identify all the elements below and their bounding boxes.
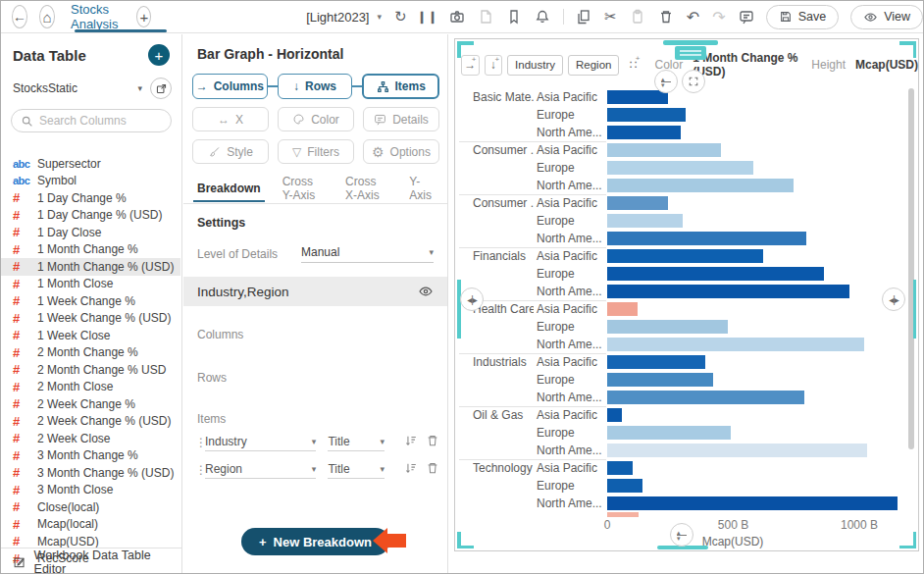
export-pdf-button[interactable] bbox=[478, 9, 493, 26]
items-shelf-button[interactable]: Items bbox=[362, 74, 439, 99]
snapshot-camera-button[interactable] bbox=[449, 9, 465, 26]
item-mode-select[interactable]: Title ▾ bbox=[328, 435, 385, 451]
pause-button[interactable]: ❙❙ bbox=[420, 9, 436, 26]
column-list-item[interactable]: #2 Week Close bbox=[1, 430, 180, 447]
column-list-item[interactable]: #1 Week Change % bbox=[1, 292, 180, 310]
bar[interactable] bbox=[607, 338, 864, 351]
add-items-button[interactable]: ∷+ bbox=[624, 55, 642, 76]
back-button[interactable]: ← bbox=[12, 5, 27, 28]
bar[interactable] bbox=[607, 214, 683, 228]
bar[interactable] bbox=[607, 355, 705, 369]
breakdown-chip-region[interactable]: Region bbox=[568, 55, 619, 76]
column-list-item[interactable]: #1 Month Change % bbox=[1, 241, 180, 259]
bar[interactable] bbox=[607, 108, 686, 122]
bar[interactable] bbox=[607, 196, 668, 210]
tab-cross-x-axis[interactable]: Cross X-Axis bbox=[341, 175, 391, 208]
copy-button[interactable] bbox=[576, 9, 591, 26]
add-row-axis-button[interactable]: ↓+ bbox=[485, 55, 503, 76]
home-button[interactable]: ⌂ bbox=[39, 5, 55, 28]
tab-y-axis[interactable]: Y-Axis bbox=[405, 175, 436, 208]
column-list-item[interactable]: #1 Week Change % (USD) bbox=[1, 310, 180, 328]
column-list-item[interactable]: #1 Day Close bbox=[1, 224, 180, 241]
options-button[interactable]: ⚙ Options bbox=[363, 139, 439, 164]
column-list-item[interactable]: #1 Day Change % bbox=[1, 189, 180, 207]
column-list-item[interactable]: abcSupersector bbox=[1, 155, 180, 173]
bar[interactable] bbox=[607, 444, 867, 457]
bar[interactable] bbox=[607, 426, 731, 440]
workspace-selector[interactable]: [Light2023] ▾ bbox=[306, 10, 382, 25]
height-encoding-value[interactable]: Mcap(USD) bbox=[855, 58, 918, 72]
bar[interactable] bbox=[607, 267, 824, 281]
undo-button[interactable]: ↶ bbox=[687, 9, 699, 26]
paste-clipboard-button[interactable] bbox=[630, 9, 645, 26]
search-columns-input[interactable] bbox=[39, 114, 157, 128]
column-list-item[interactable]: #2 Week Change % (USD) bbox=[1, 413, 180, 431]
cut-scissors-button[interactable]: ✂ bbox=[604, 9, 617, 26]
details-button[interactable]: Details bbox=[363, 107, 439, 131]
bar[interactable] bbox=[607, 161, 753, 175]
horizontal-resize-button-right[interactable]: ◂|▸ bbox=[882, 287, 905, 311]
bar[interactable] bbox=[607, 90, 668, 104]
delete-trash-button[interactable] bbox=[658, 9, 674, 26]
menu-handle-icon[interactable] bbox=[675, 46, 706, 60]
bar[interactable] bbox=[607, 461, 633, 475]
vertical-resize-button[interactable]: ▴▾ bbox=[654, 70, 678, 93]
column-list-item[interactable]: #Close(local) bbox=[1, 498, 180, 516]
add-tab-button[interactable]: + bbox=[136, 6, 151, 27]
drag-handle-icon[interactable]: ⋮ bbox=[195, 436, 205, 449]
drag-handle-icon[interactable]: ⋮ bbox=[195, 463, 205, 477]
column-list-item[interactable]: #2 Month Change % bbox=[1, 344, 180, 362]
x-axis-button[interactable]: ↔ X bbox=[192, 107, 269, 131]
color-encoding-value[interactable]: 1 Month Change % (USD) bbox=[693, 51, 798, 78]
horizontal-resize-button-left[interactable]: ◂|▸ bbox=[460, 287, 484, 311]
column-list-item[interactable]: #2 Month Close bbox=[1, 379, 180, 396]
filters-button[interactable]: ▽ Filters bbox=[278, 139, 354, 164]
column-list-item[interactable]: #Mcap(local) bbox=[1, 516, 180, 534]
chevron-down-icon[interactable]: ▾ bbox=[137, 83, 142, 93]
workbook-data-table-editor-button[interactable]: Workbook Data Table Editor bbox=[1, 548, 181, 574]
delete-trash-button[interactable] bbox=[426, 461, 439, 479]
bar[interactable] bbox=[607, 302, 638, 316]
column-list-item[interactable]: #1 Month Change % (USD) bbox=[1, 258, 180, 276]
sort-button[interactable] bbox=[404, 461, 418, 479]
redo-button[interactable]: ↷ bbox=[712, 9, 725, 26]
bar[interactable] bbox=[607, 285, 849, 298]
rows-shelf-button[interactable]: ↓ Rows bbox=[278, 74, 353, 99]
column-list-item[interactable]: #2 Month Change % USD bbox=[1, 361, 180, 379]
vertical-scrollbar[interactable] bbox=[908, 88, 914, 449]
data-table-name[interactable]: StocksStatic bbox=[13, 81, 77, 95]
item-field-select[interactable]: Region ▾ bbox=[205, 462, 316, 479]
color-button[interactable]: Color bbox=[278, 107, 354, 131]
bar[interactable] bbox=[607, 143, 721, 157]
column-list-item[interactable]: #3 Month Close bbox=[1, 482, 180, 499]
comment-button[interactable] bbox=[739, 9, 754, 26]
breakdown-header-band[interactable]: Industry,Region bbox=[183, 277, 447, 306]
style-button[interactable]: Style bbox=[192, 139, 269, 164]
bar[interactable] bbox=[607, 479, 642, 493]
level-of-details-select[interactable]: Manual ▾ bbox=[301, 245, 434, 263]
column-list-item[interactable]: #2 Week Change % bbox=[1, 395, 180, 413]
bookmark-button[interactable] bbox=[506, 9, 522, 26]
bar-graph-panel[interactable]: →+ ↓+ Industry Region ∷+ Color 1 Month C… bbox=[454, 38, 919, 551]
open-table-editor-button[interactable] bbox=[150, 78, 172, 99]
column-list-item[interactable]: #3 Month Change % (USD) bbox=[1, 464, 180, 482]
bar[interactable] bbox=[607, 320, 728, 334]
bar[interactable] bbox=[607, 391, 804, 404]
item-mode-select[interactable]: Title ▾ bbox=[328, 462, 385, 479]
delete-trash-button[interactable] bbox=[426, 434, 439, 451]
bar[interactable] bbox=[607, 496, 898, 510]
sort-button[interactable] bbox=[404, 434, 418, 451]
bar[interactable] bbox=[607, 373, 713, 387]
notifications-bell-button[interactable] bbox=[535, 9, 550, 26]
column-list-item[interactable]: #1 Week Close bbox=[1, 327, 180, 344]
refresh-button[interactable]: ↻ bbox=[394, 9, 407, 26]
search-columns-box[interactable] bbox=[11, 109, 172, 132]
tab-cross-y-axis[interactable]: Cross Y-Axis bbox=[279, 175, 328, 208]
column-list-item[interactable]: #1 Day Change % (USD) bbox=[1, 207, 180, 225]
column-list-item[interactable]: #3 Month Change % bbox=[1, 447, 180, 465]
add-data-table-button[interactable]: + bbox=[148, 44, 170, 66]
vertical-resize-button-bottom[interactable]: ▴▾ bbox=[670, 523, 693, 547]
tab-breakdown[interactable]: Breakdown bbox=[193, 182, 265, 201]
workbook-tab[interactable]: Stocks Analysis bbox=[67, 2, 130, 31]
item-field-select[interactable]: Industry ▾ bbox=[205, 435, 316, 451]
